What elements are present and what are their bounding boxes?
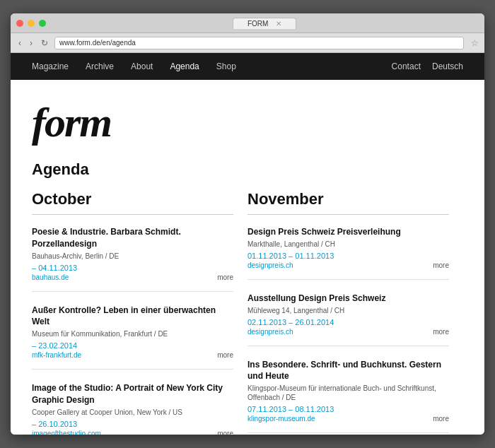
event-location: Museum für Kommunikation, Frankfurt / DE (32, 329, 233, 338)
nav-magazine[interactable]: Magazine (32, 61, 69, 71)
event-title: Außer Kontrolle? Leben in einer überwach… (32, 305, 233, 329)
event-title: Ausstellung Design Preis Schweiz (248, 293, 449, 305)
nav-about[interactable]: About (131, 61, 153, 71)
minimize-button[interactable] (28, 20, 35, 27)
tab-close-icon[interactable]: ✕ (276, 20, 281, 28)
nav-contact[interactable]: Contact (392, 61, 421, 71)
november-header: November (248, 190, 449, 215)
list-item: Image of the Studio: A Portrait of New Y… (32, 382, 233, 435)
url-input[interactable] (54, 37, 464, 49)
nav-left: Magazine Archive About Agenda Shop (32, 61, 236, 71)
list-item: Außer Kontrolle? Leben in einer überwach… (32, 305, 233, 370)
back-button[interactable]: ‹ (16, 38, 23, 48)
event-footer: designpreis.ch more (248, 261, 449, 269)
event-date: 02.11.2013 – 26.01.2014 (248, 318, 449, 326)
event-link[interactable]: klingspor-museum.de (248, 415, 315, 423)
event-footer: mfk-frankfurt.de more (32, 351, 233, 359)
list-item: Poesie & Industrie. Barbara Schmidt. Por… (32, 226, 233, 292)
more-link[interactable]: more (217, 351, 233, 359)
browser-tab[interactable]: FORM ✕ (233, 18, 296, 29)
november-column: November Design Preis Schweiz Preisverle… (248, 190, 463, 435)
event-link[interactable]: mfk-frankfurt.de (32, 351, 81, 359)
list-item: Ausstellung Design Preis Schweiz Mühlewe… (248, 293, 449, 346)
reload-button[interactable]: ↻ (39, 38, 50, 48)
list-item: Design Preis Schweiz Preisverleihung Mar… (248, 226, 449, 280)
list-item: Ins Besondere. Schrift- und Buchkunst. G… (248, 359, 449, 434)
logo-section: form (11, 80, 484, 155)
nav-agenda[interactable]: Agenda (170, 61, 199, 71)
event-location: Cooper Gallery at Cooper Union, New York… (32, 408, 233, 417)
event-footer: imageofthestudio.com more (32, 430, 233, 435)
event-footer: klingspor-museum.de more (248, 415, 449, 423)
october-header: October (32, 190, 233, 215)
october-column: October Poesie & Industrie. Barbara Schm… (32, 190, 248, 435)
event-link[interactable]: imageofthestudio.com (32, 430, 101, 435)
event-link[interactable]: designpreis.ch (248, 261, 293, 269)
event-title: Image of the Studio: A Portrait of New Y… (32, 382, 233, 406)
nav-archive[interactable]: Archive (86, 61, 114, 71)
page-content: Magazine Archive About Agenda Shop Conta… (11, 53, 484, 435)
page-title: Agenda (11, 155, 484, 190)
more-link[interactable]: more (433, 415, 449, 423)
tab-label: FORM (248, 20, 268, 28)
event-link[interactable]: designpreis.ch (248, 328, 293, 336)
event-title: Poesie & Industrie. Barbara Schmidt. Por… (32, 226, 233, 250)
nav-deutsch[interactable]: Deutsch (432, 61, 463, 71)
more-link[interactable]: more (217, 273, 233, 281)
event-location: Markthalle, Langenthal / CH (248, 240, 449, 249)
nav-right: Contact Deutsch (392, 61, 463, 71)
more-link[interactable]: more (433, 261, 449, 269)
event-link[interactable]: bauhaus.de (32, 273, 69, 281)
forward-button[interactable]: › (28, 38, 35, 48)
bookmark-icon[interactable]: ☆ (471, 38, 479, 48)
event-date: 01.11.2013 – 01.11.2013 (248, 252, 449, 260)
title-bar: FORM ✕ (11, 13, 484, 33)
more-link[interactable]: more (433, 328, 449, 336)
close-button[interactable] (16, 20, 23, 27)
nav-shop[interactable]: Shop (216, 61, 236, 71)
site-nav: Magazine Archive About Agenda Shop Conta… (11, 53, 484, 80)
event-location: Bauhaus-Archiv, Berlin / DE (32, 252, 233, 261)
event-location: Klingspor-Museum für internationale Buch… (248, 384, 449, 402)
event-date: 07.11.2013 – 08.11.2013 (248, 405, 449, 413)
event-location: Mühleweg 14, Langenthal / CH (248, 306, 449, 315)
browser-window: FORM ✕ ‹ › ↻ ☆ Magazine Archive About Ag… (11, 13, 484, 435)
event-footer: designpreis.ch more (248, 328, 449, 336)
site-logo: form (32, 101, 463, 143)
event-date: – 04.11.2013 (32, 264, 233, 272)
event-footer: bauhaus.de more (32, 273, 233, 281)
event-date: – 26.10.2013 (32, 420, 233, 428)
agenda-columns: October Poesie & Industrie. Barbara Schm… (11, 190, 484, 435)
event-title: Ins Besondere. Schrift- und Buchkunst. G… (248, 359, 449, 383)
maximize-button[interactable] (39, 20, 46, 27)
event-date: – 23.02.2014 (32, 341, 233, 350)
address-bar: ‹ › ↻ ☆ (11, 33, 484, 53)
more-link[interactable]: more (217, 430, 233, 435)
event-title: Design Preis Schweiz Preisverleihung (248, 226, 449, 238)
